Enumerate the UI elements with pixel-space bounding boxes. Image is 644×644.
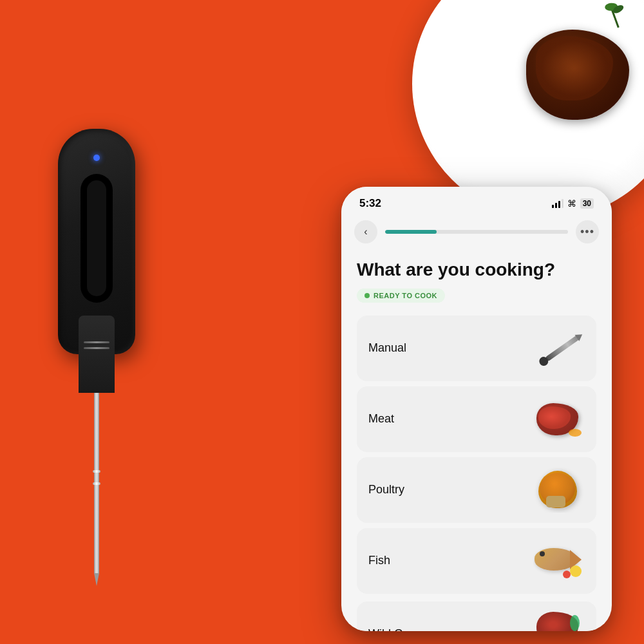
more-options-button[interactable]: ••• (576, 220, 599, 243)
menu-item-label-manual: Manual (368, 341, 406, 355)
probe-grip-line (84, 341, 109, 343)
menu-item-image-manual (533, 326, 585, 371)
menu-item-label-wildgame: Wild Game (368, 627, 426, 631)
status-icons: ⌘ 30 (552, 198, 594, 209)
wifi-icon: ⌘ (567, 198, 576, 209)
probe-needle-container (77, 316, 116, 573)
probe-led (93, 155, 100, 161)
probe-grip-line (84, 347, 109, 349)
battery-icon: 30 (580, 198, 594, 209)
probe-grip-lines (84, 341, 109, 353)
progress-bar-fill (385, 230, 437, 234)
probe-slot (80, 174, 113, 303)
fish-eye (540, 551, 545, 556)
probe-band (93, 470, 100, 473)
steak-image (526, 30, 642, 133)
menu-list: Manual Meat (357, 316, 596, 631)
back-button[interactable]: ‹ (354, 220, 377, 243)
tomato-garnish (563, 571, 571, 578)
plate-decoration (412, 0, 644, 219)
probe-tip-icon (538, 355, 550, 367)
menu-item-poultry[interactable]: Poultry (357, 457, 596, 523)
phone-content: 5:32 ⌘ 30 ‹ ••• What are you cooki (341, 187, 612, 631)
probe-bands (93, 470, 100, 485)
wildgame-illustration (533, 612, 585, 631)
probe-device (52, 129, 142, 567)
menu-item-manual[interactable]: Manual (357, 316, 596, 381)
status-badge: READY TO COOK (357, 289, 445, 303)
chicken-leg (546, 496, 565, 507)
signal-bar-3 (558, 201, 560, 208)
status-dot (365, 293, 370, 298)
poultry-illustration (533, 468, 585, 513)
signal-bar-4 (562, 199, 564, 208)
meat-illustration (533, 397, 585, 442)
probe-needle (94, 393, 99, 573)
status-bar: 5:32 ⌘ 30 (341, 187, 612, 215)
probe-band (93, 482, 100, 485)
menu-item-fish[interactable]: Fish (357, 528, 596, 594)
menu-item-image-poultry (533, 468, 585, 513)
fish-illustration (533, 538, 585, 583)
phone-frame: 5:32 ⌘ 30 ‹ ••• What are you cooki (341, 187, 612, 631)
meat-garnish (569, 429, 582, 437)
meat-slice (538, 406, 571, 429)
signal-icon (552, 199, 564, 208)
signal-bar-2 (555, 203, 557, 208)
wildgame-herb (570, 615, 580, 631)
menu-item-label-poultry: Poultry (368, 483, 404, 497)
menu-item-meat[interactable]: Meat (357, 386, 596, 452)
menu-item-label-meat: Meat (368, 412, 394, 426)
progress-bar (385, 230, 568, 234)
menu-item-label-fish: Fish (368, 554, 390, 567)
page-title: What are you cooking? (357, 259, 596, 281)
status-badge-text: READY TO COOK (374, 292, 437, 299)
menu-item-image-meat (533, 397, 585, 442)
menu-item-wildgame[interactable]: Wild Game (357, 601, 596, 631)
app-body: What are you cooking? READY TO COOK Manu… (341, 251, 612, 631)
probe-handle (79, 316, 115, 393)
status-time: 5:32 (359, 197, 381, 210)
herb-garnish (609, 3, 619, 28)
signal-bar-1 (552, 205, 554, 208)
nav-bar: ‹ ••• (341, 215, 612, 251)
plate (412, 0, 644, 219)
probe-slot-inner (87, 180, 106, 296)
probe-icon (545, 335, 580, 361)
lemon-slice (570, 565, 582, 577)
menu-item-image-wildgame (533, 612, 585, 631)
menu-item-image-fish (533, 538, 585, 583)
